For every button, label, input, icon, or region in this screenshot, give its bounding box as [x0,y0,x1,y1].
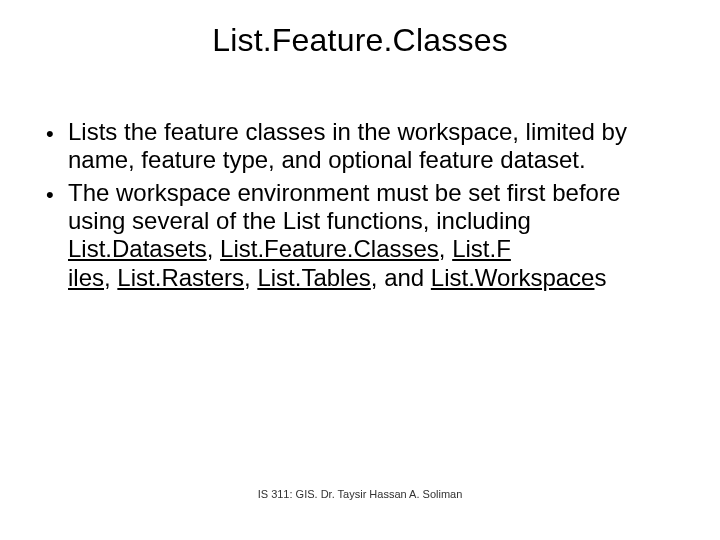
text-separator: , [439,235,452,262]
text-separator: , [104,264,117,291]
bullet-item: • The workspace environment must be set … [46,179,680,292]
slide: List.Feature.Classes • Lists the feature… [0,0,720,540]
slide-body: • Lists the feature classes in the works… [46,118,680,296]
link-list-feature-classes[interactable]: List.Feature.Classes [220,235,439,262]
text-separator: , [244,264,257,291]
link-list-workspaces[interactable]: List.Workspace [431,264,595,291]
text-run: s [594,264,606,291]
text-separator: , [207,235,220,262]
link-list-datasets[interactable]: List.Datasets [68,235,207,262]
slide-title: List.Feature.Classes [0,22,720,59]
bullet-text: Lists the feature classes in the workspa… [68,118,680,175]
link-list-files-part1[interactable]: List.F [452,235,511,262]
link-list-files-part2[interactable]: iles [68,264,104,291]
slide-footer: IS 311: GIS. Dr. Taysir Hassan A. Solima… [0,488,720,500]
bullet-item: • Lists the feature classes in the works… [46,118,680,175]
bullet-dot-icon: • [46,118,68,175]
bullet-dot-icon: • [46,179,68,292]
link-list-tables[interactable]: List.Tables [257,264,370,291]
bullet-text: The workspace environment must be set fi… [68,179,680,292]
text-run: The workspace environment must be set fi… [68,179,620,234]
text-separator: , and [371,264,431,291]
link-list-rasters[interactable]: List.Rasters [117,264,244,291]
